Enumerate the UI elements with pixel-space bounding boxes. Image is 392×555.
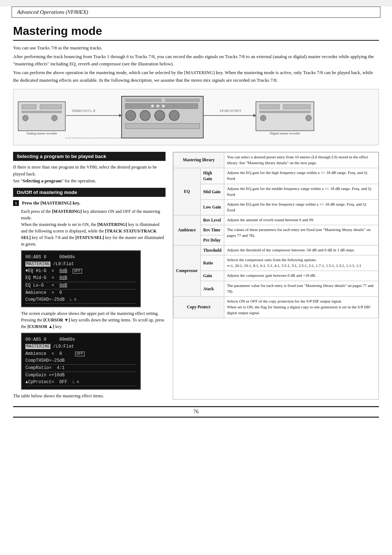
intro-line-2: After performing the track bouncing from… <box>13 53 379 68</box>
lcd1-line3: ▼EQ Hi-G = 0dB OFF <box>25 268 136 275</box>
lcd1-line7: CompTHSHD=-25dB L R <box>25 296 136 304</box>
svg-text:S/P DIF OUTPUT: S/P DIF OUTPUT <box>220 109 241 113</box>
svg-rect-11 <box>165 99 200 102</box>
page-footer: 76 <box>13 406 379 418</box>
lcd1-line2: MASTERING /L0:Flat <box>25 261 136 268</box>
svg-text:STEREO OUT L, R: STEREO OUT L, R <box>72 109 95 113</box>
svg-rect-26 <box>283 105 310 109</box>
top-bar-label: Advanced Operations (VF80EX) <box>17 9 88 15</box>
threshold-desc: Adjusts the threshold of the compressor … <box>224 245 379 255</box>
svg-point-13 <box>126 110 136 121</box>
svg-point-15 <box>155 110 165 121</box>
lcd-display-1: 00:ABS 0 00m00s MASTERING /L0:Flat ▼EQ H… <box>21 250 141 307</box>
table-row: Low Gain Adjusts the EQ gain for the low… <box>173 199 379 215</box>
mid-gain-label: Mid Gain <box>200 184 224 199</box>
lcd2-line6: CompGain =+10dB <box>25 372 136 379</box>
rev-time-label: Rev Time <box>200 225 224 235</box>
intro-line-3: You can perform the above operation in t… <box>13 69 379 84</box>
diagram-svg: Analog master recorder STEREO OUT L, R <box>13 91 379 143</box>
table-row: Atack The parameter value for each entry… <box>173 281 379 296</box>
ratio-desc: Selects the compressor ratio from the fo… <box>224 255 379 271</box>
copy-protect-desc: Selects ON or OFF of the copy protection… <box>224 296 379 318</box>
top-bar: Advanced Operations (VF80EX) <box>12 7 380 18</box>
comp-gain-desc: Adjusts the compressor gain between 0 dB… <box>224 271 379 281</box>
lcd-display-2: 00:ABS 0 00m00s MASTERING /L0:Flat Ambie… <box>21 333 141 390</box>
table-row: Ratio Selects the compressor ratio from … <box>173 255 379 271</box>
lcd2-line5: CompRatio= 4:1 <box>25 365 136 372</box>
main-content: Mastering mode You can use Tracks 7/8 as… <box>0 18 392 429</box>
lcd1-line5: EQ Lo-G = 0dB <box>25 282 136 289</box>
table-row: Compressor Threshold Adjusts the thresho… <box>173 245 379 255</box>
svg-text:Analog master recorder: Analog master recorder <box>26 131 57 135</box>
lcd2-line3: Ambience = 0 OFF <box>25 351 136 357</box>
page-title: Mastering mode <box>13 24 379 41</box>
svg-point-29 <box>306 115 311 121</box>
svg-point-18 <box>151 105 154 108</box>
ambience-category: Ambience <box>173 215 201 245</box>
step1-container: 1 Press the [MASTERING] key. <box>13 200 166 206</box>
svg-text:Digital master recorder: Digital master recorder <box>270 131 300 135</box>
svg-point-19 <box>156 105 159 108</box>
mastering-library-desc: You can select a desired preset entry fr… <box>224 152 379 168</box>
low-gain-label: Low Gain <box>200 199 224 215</box>
section1-body: If there is more than one program in the… <box>13 164 166 185</box>
svg-rect-25 <box>260 105 279 109</box>
page: Advanced Operations (VF80EX) Mastering m… <box>0 7 392 555</box>
table-row: Ambience Rev Level Adjusts the amount of… <box>173 215 379 225</box>
svg-point-14 <box>140 110 150 121</box>
ratio-label: Ratio <box>200 255 224 271</box>
lcd2-line7: ▲CpProtect= OFF L R <box>25 379 136 386</box>
lcd1-line6: Ambience = 0 <box>25 289 136 296</box>
section1-header: Selecting a program to be played back <box>13 152 166 161</box>
table-row: Mid Gain Adjusts the EQ gain for the mid… <box>173 184 379 199</box>
svg-rect-2 <box>40 105 62 109</box>
pre-delay-label: Pre Delay <box>200 235 224 246</box>
lcd2-line4: CompTHSHD=-25dB <box>25 357 136 365</box>
threshold-label: Threshold <box>200 245 224 255</box>
mid-gain-desc: Adjusts the EQ gain for the middle frequ… <box>224 184 379 199</box>
lcd1-line1: 00:ABS 0 00m00s <box>25 254 136 261</box>
right-column: Mastering library You can select a desir… <box>173 152 379 400</box>
step1-desc2: The screen example above shows the upper… <box>21 310 166 330</box>
svg-point-20 <box>162 105 165 108</box>
table-row: Rev Time The values of these parameters … <box>173 225 379 235</box>
svg-rect-27 <box>260 111 310 113</box>
table-row: Gain Adjusts the compressor gain between… <box>173 271 379 281</box>
svg-point-16 <box>169 110 179 121</box>
two-col-layout: Selecting a program to be played back If… <box>13 152 379 400</box>
svg-rect-12 <box>125 104 198 109</box>
table-row: EQ High Gain Adjusts the EQ gain for the… <box>173 168 379 184</box>
page-number: 76 <box>193 409 199 414</box>
compressor-category: Compressor <box>173 245 201 296</box>
svg-rect-10 <box>125 99 162 102</box>
left-column: Selecting a program to be played back If… <box>13 152 166 400</box>
atack-desc: The parameter value for each entry is fi… <box>224 281 379 296</box>
lcd1-line4: EQ Mid-G = 0dB <box>25 275 136 282</box>
intro-line-1: You can use Tracks 7/8 as the mastering … <box>13 44 379 52</box>
svg-rect-3 <box>22 111 62 113</box>
svg-rect-1 <box>22 105 36 109</box>
rev-level-label: Rev Level <box>200 215 224 225</box>
rev-time-desc: The values of these parameters for each … <box>224 225 379 245</box>
table-row: Mastering library You can select a desir… <box>173 152 379 168</box>
lcd2-line1: 00:ABS 0 00m00s <box>25 336 136 343</box>
svg-point-28 <box>260 115 266 121</box>
intro-text: You can use Tracks 7/8 as the mastering … <box>13 44 379 84</box>
svg-rect-17 <box>125 123 200 129</box>
svg-point-4 <box>23 115 28 121</box>
low-gain-desc: Adjusts the EQ gain for the low frequenc… <box>224 199 379 215</box>
mastering-library-label: Mastering library <box>173 152 224 168</box>
high-gain-label: High Gain <box>200 168 224 184</box>
high-gain-desc: Adjusts the EQ gain for the high frequen… <box>224 168 379 184</box>
rev-level-desc: Adjusts the amount of reverb sound betwe… <box>224 215 379 225</box>
table-below-note: The table below shows the mastering effe… <box>13 393 166 400</box>
copy-protect-label: Copy Protect <box>173 296 224 318</box>
step1-desc1: Each press of the [MASTERING] key altern… <box>21 208 166 247</box>
eq-category: EQ <box>173 168 201 215</box>
svg-point-5 <box>52 115 57 121</box>
atack-label: Atack <box>200 281 224 296</box>
step1-number: 1 <box>13 200 19 206</box>
table-row: Copy Protect Selects ON or OFF of the co… <box>173 296 379 318</box>
step1-label: Press the [MASTERING] key. <box>22 200 80 205</box>
effect-table: Mastering library You can select a desir… <box>173 152 379 318</box>
